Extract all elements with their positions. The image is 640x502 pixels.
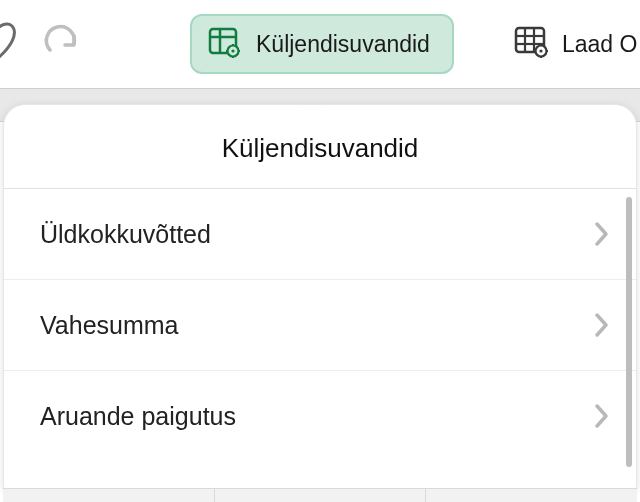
- scrollbar[interactable]: [626, 197, 632, 467]
- toolbar-left-group: [0, 14, 94, 74]
- menu-item-label: Aruande paigutus: [40, 402, 236, 431]
- menu-item-grand-totals[interactable]: Üldkokkuvõtted: [4, 189, 636, 279]
- dropdown-panel-wrap: Küljendisuvandid Üldkokkuvõtted Vahesumm…: [3, 104, 637, 502]
- table-style-icon: [514, 25, 550, 63]
- grid-cell: [215, 489, 427, 502]
- layout-options-icon: [208, 26, 242, 62]
- menu-item-report-layout[interactable]: Aruande paigutus: [4, 371, 636, 461]
- layout-options-panel: Küljendisuvandid Üldkokkuvõtted Vahesumm…: [3, 104, 637, 488]
- style-button[interactable]: Laad O: [514, 25, 637, 63]
- layout-options-button[interactable]: Küljendisuvandid: [190, 14, 454, 74]
- chevron-right-icon: [594, 221, 610, 247]
- svg-point-15: [539, 49, 542, 52]
- chevron-right-icon: [594, 312, 610, 338]
- menu-item-label: Üldkokkuvõtted: [40, 220, 211, 249]
- panel-arrow: [300, 104, 328, 107]
- panel-title: Küljendisuvandid: [4, 105, 636, 188]
- grid-row-peek: [3, 488, 637, 502]
- chevron-right-icon: [594, 403, 610, 429]
- grid-cell: [3, 489, 215, 502]
- style-label: Laad O: [562, 31, 637, 58]
- favorite-icon: [0, 19, 26, 69]
- grid-cell: [426, 489, 637, 502]
- toolbar: Küljendisuvandid Laad O: [0, 0, 640, 88]
- redo-button[interactable]: [30, 14, 94, 74]
- menu-item-label: Vahesumma: [40, 311, 179, 340]
- layout-options-label: Küljendisuvandid: [256, 31, 430, 58]
- svg-point-4: [231, 49, 234, 52]
- panel-menu: Üldkokkuvõtted Vahesumma Aruande paigutu…: [4, 189, 636, 461]
- menu-item-subtotal[interactable]: Vahesumma: [4, 280, 636, 370]
